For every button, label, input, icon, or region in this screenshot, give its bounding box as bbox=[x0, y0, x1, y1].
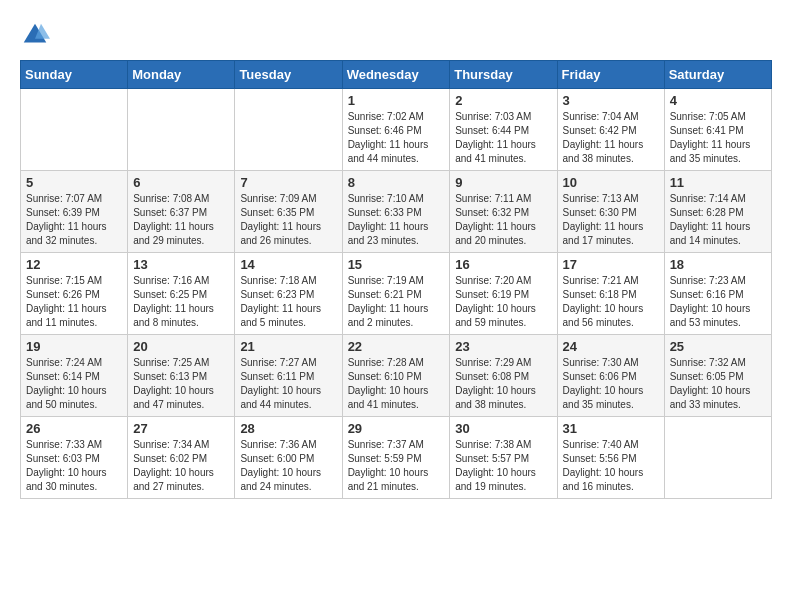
logo bbox=[20, 20, 54, 50]
calendar-day-cell: 13Sunrise: 7:16 AMSunset: 6:25 PMDayligh… bbox=[128, 253, 235, 335]
day-number: 18 bbox=[670, 257, 766, 272]
daylight-text: Daylight: 11 hours and 44 minutes. bbox=[348, 138, 445, 166]
sunrise-text: Sunrise: 7:07 AM bbox=[26, 192, 122, 206]
daylight-text: Daylight: 10 hours and 56 minutes. bbox=[563, 302, 659, 330]
calendar-day-cell: 18Sunrise: 7:23 AMSunset: 6:16 PMDayligh… bbox=[664, 253, 771, 335]
day-info: Sunrise: 7:24 AMSunset: 6:14 PMDaylight:… bbox=[26, 356, 122, 412]
sunset-text: Sunset: 5:57 PM bbox=[455, 452, 551, 466]
calendar-day-cell: 25Sunrise: 7:32 AMSunset: 6:05 PMDayligh… bbox=[664, 335, 771, 417]
sunrise-text: Sunrise: 7:08 AM bbox=[133, 192, 229, 206]
daylight-text: Daylight: 10 hours and 41 minutes. bbox=[348, 384, 445, 412]
daylight-text: Daylight: 11 hours and 2 minutes. bbox=[348, 302, 445, 330]
sunset-text: Sunset: 6:06 PM bbox=[563, 370, 659, 384]
day-info: Sunrise: 7:32 AMSunset: 6:05 PMDaylight:… bbox=[670, 356, 766, 412]
sunrise-text: Sunrise: 7:36 AM bbox=[240, 438, 336, 452]
day-number: 26 bbox=[26, 421, 122, 436]
day-number: 8 bbox=[348, 175, 445, 190]
daylight-text: Daylight: 11 hours and 8 minutes. bbox=[133, 302, 229, 330]
calendar-day-cell bbox=[235, 89, 342, 171]
day-of-week-header: Saturday bbox=[664, 61, 771, 89]
calendar-day-cell: 20Sunrise: 7:25 AMSunset: 6:13 PMDayligh… bbox=[128, 335, 235, 417]
daylight-text: Daylight: 10 hours and 47 minutes. bbox=[133, 384, 229, 412]
calendar-day-cell: 3Sunrise: 7:04 AMSunset: 6:42 PMDaylight… bbox=[557, 89, 664, 171]
day-info: Sunrise: 7:15 AMSunset: 6:26 PMDaylight:… bbox=[26, 274, 122, 330]
sunrise-text: Sunrise: 7:27 AM bbox=[240, 356, 336, 370]
calendar-day-cell: 9Sunrise: 7:11 AMSunset: 6:32 PMDaylight… bbox=[450, 171, 557, 253]
daylight-text: Daylight: 11 hours and 41 minutes. bbox=[455, 138, 551, 166]
daylight-text: Daylight: 10 hours and 30 minutes. bbox=[26, 466, 122, 494]
calendar-day-cell: 10Sunrise: 7:13 AMSunset: 6:30 PMDayligh… bbox=[557, 171, 664, 253]
sunrise-text: Sunrise: 7:04 AM bbox=[563, 110, 659, 124]
sunrise-text: Sunrise: 7:05 AM bbox=[670, 110, 766, 124]
calendar-day-cell: 15Sunrise: 7:19 AMSunset: 6:21 PMDayligh… bbox=[342, 253, 450, 335]
day-info: Sunrise: 7:33 AMSunset: 6:03 PMDaylight:… bbox=[26, 438, 122, 494]
calendar-day-cell: 12Sunrise: 7:15 AMSunset: 6:26 PMDayligh… bbox=[21, 253, 128, 335]
sunset-text: Sunset: 6:46 PM bbox=[348, 124, 445, 138]
page-header bbox=[20, 20, 772, 50]
day-info: Sunrise: 7:14 AMSunset: 6:28 PMDaylight:… bbox=[670, 192, 766, 248]
day-number: 29 bbox=[348, 421, 445, 436]
calendar-day-cell bbox=[21, 89, 128, 171]
daylight-text: Daylight: 11 hours and 11 minutes. bbox=[26, 302, 122, 330]
day-info: Sunrise: 7:20 AMSunset: 6:19 PMDaylight:… bbox=[455, 274, 551, 330]
day-number: 12 bbox=[26, 257, 122, 272]
sunset-text: Sunset: 6:28 PM bbox=[670, 206, 766, 220]
daylight-text: Daylight: 11 hours and 29 minutes. bbox=[133, 220, 229, 248]
calendar-day-cell: 23Sunrise: 7:29 AMSunset: 6:08 PMDayligh… bbox=[450, 335, 557, 417]
day-number: 21 bbox=[240, 339, 336, 354]
sunset-text: Sunset: 6:02 PM bbox=[133, 452, 229, 466]
sunset-text: Sunset: 5:56 PM bbox=[563, 452, 659, 466]
sunrise-text: Sunrise: 7:19 AM bbox=[348, 274, 445, 288]
sunset-text: Sunset: 6:37 PM bbox=[133, 206, 229, 220]
sunrise-text: Sunrise: 7:20 AM bbox=[455, 274, 551, 288]
calendar-day-cell bbox=[664, 417, 771, 499]
daylight-text: Daylight: 10 hours and 24 minutes. bbox=[240, 466, 336, 494]
calendar-day-cell: 4Sunrise: 7:05 AMSunset: 6:41 PMDaylight… bbox=[664, 89, 771, 171]
daylight-text: Daylight: 11 hours and 17 minutes. bbox=[563, 220, 659, 248]
day-number: 31 bbox=[563, 421, 659, 436]
sunrise-text: Sunrise: 7:28 AM bbox=[348, 356, 445, 370]
sunset-text: Sunset: 6:10 PM bbox=[348, 370, 445, 384]
calendar-week-row: 5Sunrise: 7:07 AMSunset: 6:39 PMDaylight… bbox=[21, 171, 772, 253]
daylight-text: Daylight: 11 hours and 38 minutes. bbox=[563, 138, 659, 166]
sunset-text: Sunset: 6:18 PM bbox=[563, 288, 659, 302]
sunset-text: Sunset: 6:11 PM bbox=[240, 370, 336, 384]
day-info: Sunrise: 7:11 AMSunset: 6:32 PMDaylight:… bbox=[455, 192, 551, 248]
day-number: 2 bbox=[455, 93, 551, 108]
day-number: 23 bbox=[455, 339, 551, 354]
day-number: 19 bbox=[26, 339, 122, 354]
day-info: Sunrise: 7:16 AMSunset: 6:25 PMDaylight:… bbox=[133, 274, 229, 330]
calendar-day-cell: 7Sunrise: 7:09 AMSunset: 6:35 PMDaylight… bbox=[235, 171, 342, 253]
calendar-day-cell: 11Sunrise: 7:14 AMSunset: 6:28 PMDayligh… bbox=[664, 171, 771, 253]
calendar-header-row: SundayMondayTuesdayWednesdayThursdayFrid… bbox=[21, 61, 772, 89]
day-info: Sunrise: 7:18 AMSunset: 6:23 PMDaylight:… bbox=[240, 274, 336, 330]
calendar-day-cell: 19Sunrise: 7:24 AMSunset: 6:14 PMDayligh… bbox=[21, 335, 128, 417]
day-number: 4 bbox=[670, 93, 766, 108]
sunrise-text: Sunrise: 7:29 AM bbox=[455, 356, 551, 370]
day-number: 24 bbox=[563, 339, 659, 354]
sunrise-text: Sunrise: 7:33 AM bbox=[26, 438, 122, 452]
daylight-text: Daylight: 10 hours and 53 minutes. bbox=[670, 302, 766, 330]
sunset-text: Sunset: 6:42 PM bbox=[563, 124, 659, 138]
day-info: Sunrise: 7:34 AMSunset: 6:02 PMDaylight:… bbox=[133, 438, 229, 494]
daylight-text: Daylight: 10 hours and 33 minutes. bbox=[670, 384, 766, 412]
calendar-day-cell: 28Sunrise: 7:36 AMSunset: 6:00 PMDayligh… bbox=[235, 417, 342, 499]
sunrise-text: Sunrise: 7:30 AM bbox=[563, 356, 659, 370]
sunset-text: Sunset: 6:35 PM bbox=[240, 206, 336, 220]
sunset-text: Sunset: 6:44 PM bbox=[455, 124, 551, 138]
day-number: 14 bbox=[240, 257, 336, 272]
day-of-week-header: Thursday bbox=[450, 61, 557, 89]
calendar-day-cell: 16Sunrise: 7:20 AMSunset: 6:19 PMDayligh… bbox=[450, 253, 557, 335]
day-info: Sunrise: 7:09 AMSunset: 6:35 PMDaylight:… bbox=[240, 192, 336, 248]
sunrise-text: Sunrise: 7:18 AM bbox=[240, 274, 336, 288]
sunrise-text: Sunrise: 7:40 AM bbox=[563, 438, 659, 452]
daylight-text: Daylight: 10 hours and 50 minutes. bbox=[26, 384, 122, 412]
calendar-table: SundayMondayTuesdayWednesdayThursdayFrid… bbox=[20, 60, 772, 499]
day-info: Sunrise: 7:37 AMSunset: 5:59 PMDaylight:… bbox=[348, 438, 445, 494]
calendar-week-row: 26Sunrise: 7:33 AMSunset: 6:03 PMDayligh… bbox=[21, 417, 772, 499]
day-info: Sunrise: 7:29 AMSunset: 6:08 PMDaylight:… bbox=[455, 356, 551, 412]
calendar-day-cell: 24Sunrise: 7:30 AMSunset: 6:06 PMDayligh… bbox=[557, 335, 664, 417]
day-number: 17 bbox=[563, 257, 659, 272]
day-number: 22 bbox=[348, 339, 445, 354]
logo-icon bbox=[20, 20, 50, 50]
